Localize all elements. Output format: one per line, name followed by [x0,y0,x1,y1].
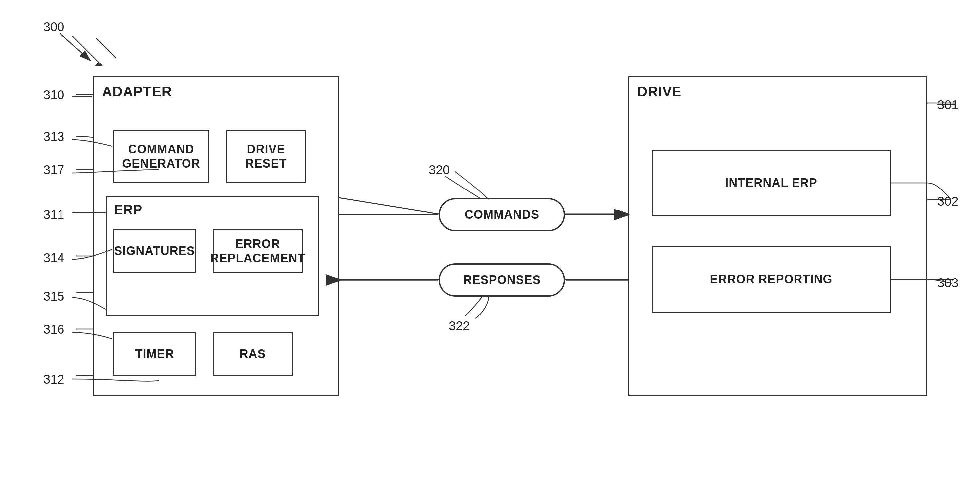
command-generator-box: COMMAND GENERATOR [113,130,210,183]
error-reporting-box: ERROR REPORTING [652,246,891,313]
ref-302: 302 [937,194,958,209]
diagram: 300 ADAPTER 310 313 COMMAND GENERATOR 31… [0,0,980,504]
timer-box: TIMER [113,332,196,376]
drive-reset-label: DRIVE RESET [245,142,286,170]
ref-312: 312 [43,372,64,386]
ref-322: 322 [449,319,470,334]
error-replacement-label: ERROR REPLACEMENT [210,237,305,265]
ref-315: 315 [43,289,64,304]
adapter-label: ADAPTER [102,83,172,100]
erp-label: ERP [114,202,142,218]
commands-pill: COMMANDS [439,198,565,231]
svg-line-9 [60,33,90,60]
ref-303: 303 [937,276,958,290]
ref-313: 313 [43,130,64,144]
ref-317: 317 [43,163,64,177]
ras-box: RAS [213,332,293,376]
ref-310: 310 [43,88,64,102]
ref-301: 301 [937,98,958,112]
error-replacement-box: ERROR REPLACEMENT [213,229,302,273]
responses-pill: RESPONSES [439,263,565,297]
drive-reset-box: DRIVE RESET [226,130,306,183]
drive-label: DRIVE [637,83,681,100]
internal-erp-box: INTERNAL ERP [652,149,891,216]
internal-erp-label: INTERNAL ERP [725,175,817,190]
responses-label: RESPONSES [463,273,541,287]
ref-314: 314 [43,251,64,265]
ref-320: 320 [429,163,450,177]
timer-label: TIMER [135,347,174,361]
arrow-300 [57,30,96,63]
error-reporting-label: ERROR REPORTING [710,272,832,286]
signatures-box: SIGNATURES [113,229,196,273]
commands-label: COMMANDS [465,207,539,222]
signatures-label: SIGNATURES [114,244,195,258]
ref-311: 311 [43,208,64,222]
command-generator-label: COMMAND GENERATOR [122,142,200,170]
ref-316: 316 [43,323,64,337]
drive-box: DRIVE [628,76,928,396]
svg-line-3 [339,198,439,214]
ras-label: RAS [239,347,266,361]
svg-line-2 [96,38,116,58]
